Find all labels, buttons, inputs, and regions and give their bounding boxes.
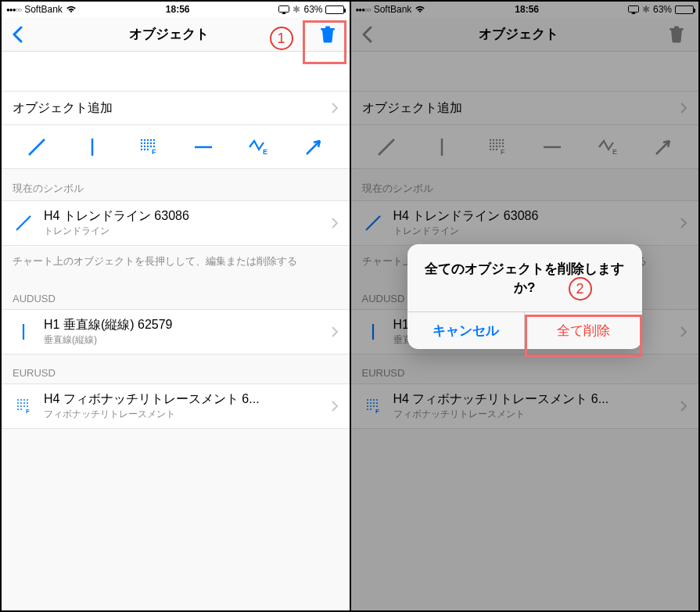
svg-text:F: F (501, 148, 505, 156)
object-title: H4 フィボナッチリトレースメント 6... (393, 391, 675, 408)
section-header-audusd: AUDUSD (2, 280, 350, 309)
svg-point-81 (367, 405, 368, 407)
section-header-eurusd: EURUSD (351, 355, 699, 383)
svg-point-35 (23, 402, 25, 404)
back-button[interactable] (9, 23, 25, 45)
svg-point-61 (496, 145, 497, 146)
svg-point-7 (147, 139, 149, 140)
object-sub: 垂直線(縦線) (44, 333, 325, 347)
svg-point-77 (367, 402, 368, 404)
horiz-line-icon[interactable] (190, 134, 217, 160)
svg-point-5 (141, 139, 142, 140)
svg-rect-0 (279, 5, 289, 12)
svg-point-55 (493, 142, 494, 143)
alert-cancel-button[interactable]: キャンセル (407, 312, 526, 349)
svg-point-38 (20, 405, 22, 407)
svg-point-78 (370, 402, 372, 404)
svg-point-31 (23, 399, 25, 401)
annotation-box-1 (303, 20, 346, 64)
svg-rect-44 (628, 5, 638, 12)
svg-point-50 (493, 139, 494, 140)
svg-point-74 (370, 399, 372, 401)
object-row-current-0[interactable]: H4 トレンドライン 63086 トレンドライン (2, 200, 350, 246)
svg-point-12 (147, 142, 149, 143)
svg-point-66 (496, 148, 497, 149)
zigzag-e-icon[interactable]: E (245, 134, 271, 160)
add-object-row[interactable]: オブジェクト追加 (2, 91, 350, 125)
vertical-line-icon (362, 321, 384, 343)
status-bar: ●●●○○ SoftBank 18:56 ✱ 63% (351, 2, 699, 17)
arrow-icon[interactable] (300, 134, 327, 160)
content-area: オブジェクト追加 F E 現在のシンボル H4 トレンドライン 63086 トレ… (2, 52, 350, 610)
svg-point-84 (376, 405, 378, 407)
svg-point-11 (144, 142, 145, 143)
fibo-grid-icon[interactable]: F (135, 134, 161, 160)
chevron-right-icon (680, 326, 687, 337)
nav-bar: オブジェクト (2, 17, 350, 52)
svg-line-71 (366, 216, 380, 230)
svg-point-80 (376, 402, 378, 404)
svg-line-3 (29, 139, 45, 155)
add-object-label: オブジェクト追加 (362, 100, 462, 117)
vertical-line-icon (13, 321, 34, 343)
svg-point-18 (150, 145, 152, 146)
add-object-row: オブジェクト追加 (351, 91, 699, 125)
svg-point-60 (493, 145, 494, 146)
chevron-right-icon (680, 401, 687, 412)
battery-pct: 63% (653, 4, 672, 15)
svg-point-22 (147, 148, 149, 149)
chevron-right-icon (332, 218, 339, 229)
svg-line-47 (379, 139, 394, 155)
section-header-current: 現在のシンボル (2, 169, 350, 200)
svg-point-15 (141, 145, 142, 146)
carrier-label: SoftBank (374, 4, 412, 15)
svg-point-19 (153, 145, 155, 146)
nav-title: オブジェクト (479, 25, 558, 43)
vertical-line-icon[interactable] (79, 134, 106, 160)
trendline-icon[interactable] (23, 134, 50, 160)
status-time: 18:56 (515, 4, 539, 15)
tool-row: F E (351, 125, 699, 169)
object-sub: トレンドライン (44, 225, 325, 238)
object-row-eurusd-0[interactable]: F H4 フィボナッチリトレースメント 6... フィボナッチリトレースメント (2, 383, 350, 429)
svg-point-76 (376, 399, 378, 401)
svg-point-65 (493, 148, 494, 149)
svg-point-14 (153, 142, 155, 143)
trendline-icon (362, 212, 384, 234)
svg-point-49 (490, 139, 491, 140)
svg-point-57 (499, 142, 501, 143)
trendline-icon (373, 134, 400, 160)
svg-point-51 (496, 139, 497, 140)
chevron-right-icon (680, 218, 687, 229)
svg-line-27 (16, 216, 31, 230)
nav-bar: オブジェクト (351, 17, 699, 52)
object-sub: フィボナッチリトレースメント (393, 408, 675, 421)
svg-text:F: F (375, 408, 379, 415)
annotation-box-2 (525, 315, 642, 357)
object-title: H1 垂直線(縦線) 62579 (44, 317, 325, 333)
svg-point-41 (17, 409, 19, 410)
section-header-eurusd: EURUSD (2, 355, 350, 383)
svg-point-9 (153, 139, 155, 140)
svg-point-54 (490, 142, 491, 143)
svg-point-20 (141, 148, 142, 149)
svg-point-29 (17, 399, 19, 401)
bluetooth-icon: ✱ (293, 4, 300, 15)
carrier-label: SoftBank (24, 4, 63, 15)
svg-point-79 (373, 402, 375, 404)
wifi-icon (66, 5, 77, 13)
svg-point-40 (27, 405, 28, 407)
object-sub: フィボナッチリトレースメント (44, 408, 325, 421)
section-header-current: 現在のシンボル (351, 169, 699, 200)
svg-point-17 (147, 145, 149, 146)
annotation-badge-2: 2 (569, 277, 592, 301)
object-row-audusd-0[interactable]: H1 垂直線(縦線) 62579 垂直線(縦線) (2, 309, 350, 355)
help-text: チャート上のオブジェクトを長押しして、編集または削除する (2, 246, 350, 280)
svg-point-33 (17, 402, 19, 404)
tool-row: F E (2, 125, 350, 169)
status-time: 18:56 (166, 4, 190, 15)
svg-point-64 (490, 148, 491, 149)
svg-line-70 (656, 141, 669, 154)
svg-point-16 (144, 145, 145, 146)
svg-point-8 (150, 139, 152, 140)
